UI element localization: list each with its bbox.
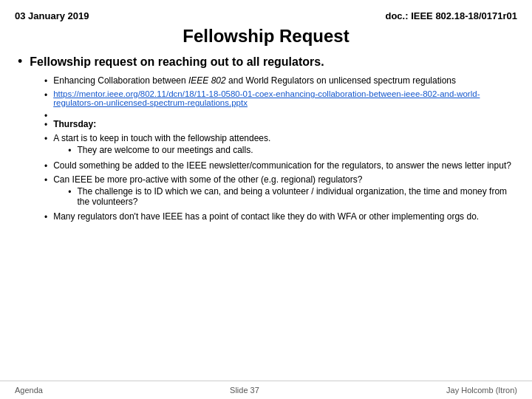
bullet-icon: • bbox=[68, 146, 71, 156]
list-item-empty: • bbox=[44, 110, 514, 116]
bullet-icon: • bbox=[44, 76, 47, 86]
bullet-icon: • bbox=[44, 134, 47, 144]
main-bullet-text: Fellowship request on reaching out to al… bbox=[30, 55, 324, 69]
bullet-icon: • bbox=[44, 212, 47, 222]
main-bullet-item: • Fellowship request on reaching out to … bbox=[18, 55, 514, 69]
bullet-icon: • bbox=[44, 175, 47, 185]
list-item: • Many regulators don't have IEEE has a … bbox=[44, 211, 514, 222]
bullet-text: Could something be added to the IEEE new… bbox=[53, 160, 511, 171]
footer-left: Agenda bbox=[15, 386, 43, 395]
sub-sub-list-item: • The challenge is to ID which we can, a… bbox=[68, 186, 514, 207]
link[interactable]: https://mentor.ieee.org/802.11/dcn/18/11… bbox=[53, 89, 514, 107]
list-item: • Can IEEE be more pro-active with some … bbox=[44, 174, 514, 208]
footer-right: Jay Holcomb (Itron) bbox=[446, 386, 517, 395]
list-item: • Thursday: bbox=[44, 119, 514, 130]
bullet-icon: • bbox=[68, 187, 71, 197]
sub-bullet-text: They are welcome to our meetings and cal… bbox=[77, 145, 253, 155]
bullet-text: Enhancing Collaboration between IEEE 802… bbox=[53, 75, 456, 86]
bullet-text-container: A start is to keep in touch with the fel… bbox=[53, 133, 270, 157]
bullet-text: Thursday: bbox=[53, 119, 96, 129]
sub-sub-list: • They are welcome to our meetings and c… bbox=[53, 145, 270, 156]
bullet-icon: • bbox=[44, 120, 47, 130]
header-doc: doc.: IEEE 802.18-18/0171r01 bbox=[385, 10, 517, 21]
bullet-icon: • bbox=[44, 90, 47, 100]
list-item: • A start is to keep in touch with the f… bbox=[44, 133, 514, 157]
sub-bullet-list: • Enhancing Collaboration between IEEE 8… bbox=[18, 75, 514, 222]
page-title: Fellowship Request bbox=[0, 26, 532, 47]
footer-center: Slide 37 bbox=[230, 386, 259, 395]
bullet-text: Many regulators don't have IEEE has a po… bbox=[53, 211, 479, 222]
list-item: • Could something be added to the IEEE n… bbox=[44, 160, 514, 171]
bullet-text: Can IEEE be more pro-active with some of… bbox=[53, 174, 362, 185]
sub-bullet-text: The challenge is to ID which we can, and… bbox=[77, 186, 514, 207]
main-content: • Fellowship request on reaching out to … bbox=[0, 55, 532, 222]
sub-sub-list: • The challenge is to ID which we can, a… bbox=[53, 186, 514, 207]
main-bullet-dot: • bbox=[18, 54, 22, 69]
sub-sub-list-item: • They are welcome to our meetings and c… bbox=[68, 145, 270, 156]
bullet-text-container: Can IEEE be more pro-active with some of… bbox=[53, 174, 514, 208]
bullet-text: A start is to keep in touch with the fel… bbox=[53, 133, 270, 143]
footer: Agenda Slide 37 Jay Holcomb (Itron) bbox=[0, 381, 532, 399]
header-date: 03 January 2019 bbox=[15, 10, 89, 21]
list-item: • Enhancing Collaboration between IEEE 8… bbox=[44, 75, 514, 86]
list-item: • https://mentor.ieee.org/802.11/dcn/18/… bbox=[44, 89, 514, 107]
bullet-icon: • bbox=[44, 161, 47, 171]
